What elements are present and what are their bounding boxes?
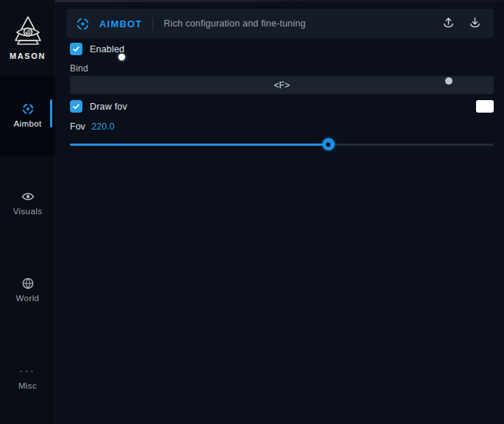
sidebar-item-label: Misc	[0, 381, 55, 390]
sidebar-item-label: Aimbot	[0, 119, 55, 128]
pyramid-eye-icon	[0, 13, 55, 49]
sidebar-item-label: World	[0, 294, 55, 303]
sidebar-item-misc[interactable]: ··· Misc	[0, 364, 55, 390]
window-top-edge	[0, 0, 504, 2]
fov-value: 220.0	[91, 121, 114, 132]
check-icon	[72, 102, 80, 110]
page-subtitle: Rich configuration and fine-tuning	[163, 18, 305, 29]
crosshair-icon	[0, 102, 55, 116]
fov-slider-handle[interactable]	[322, 138, 335, 151]
fov-slider-fill	[70, 144, 328, 146]
app-logo: MASON	[0, 13, 55, 60]
header-divider	[152, 18, 153, 30]
enabled-checkbox-row[interactable]: Enabled	[70, 43, 124, 55]
download-config-button[interactable]	[464, 14, 485, 33]
fov-color-swatch[interactable]	[476, 100, 494, 113]
bind-input[interactable]: <F>	[70, 76, 494, 94]
particle-dot	[118, 54, 125, 60]
bind-label: Bind	[70, 63, 88, 74]
check-icon	[72, 45, 80, 53]
app-name: MASON	[0, 52, 55, 60]
sidebar-item-world[interactable]: World	[0, 276, 55, 303]
particle-dot	[445, 77, 452, 85]
fov-label: Fov	[70, 121, 85, 132]
upload-config-button[interactable]	[438, 14, 458, 33]
globe-icon	[0, 276, 55, 291]
enabled-checkbox[interactable]	[70, 43, 82, 55]
eye-icon	[0, 189, 55, 204]
crosshair-icon	[75, 16, 90, 32]
sidebar: MASON Aimbot Visuals World ···	[0, 0, 55, 424]
ellipsis-icon: ···	[0, 364, 55, 378]
draw-fov-label: Draw fov	[90, 102, 127, 112]
upload-icon	[441, 15, 455, 32]
enabled-label: Enabled	[90, 44, 124, 54]
download-icon	[468, 15, 482, 32]
draw-fov-checkbox[interactable]	[70, 100, 82, 113]
sidebar-item-visuals[interactable]: Visuals	[0, 189, 55, 216]
draw-fov-checkbox-row[interactable]: Draw fov	[70, 100, 127, 113]
page-title: AIMBOT	[99, 18, 142, 29]
sidebar-item-aimbot[interactable]: Aimbot	[0, 102, 55, 128]
page-header: AIMBOT Rich configuration and fine-tunin…	[66, 9, 494, 38]
sidebar-item-label: Visuals	[0, 207, 55, 216]
fov-slider[interactable]	[70, 138, 494, 150]
bind-value: <F>	[274, 80, 289, 91]
fov-label-row: Fov 220.0	[70, 121, 115, 132]
